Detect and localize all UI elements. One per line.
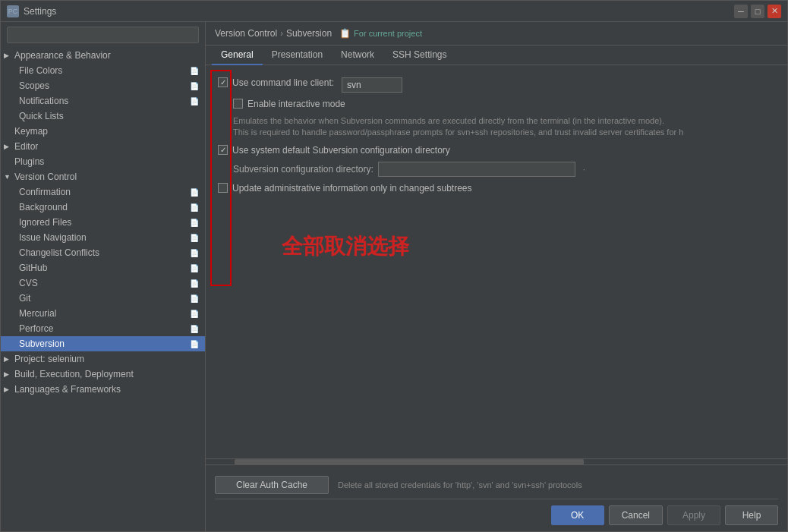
apply-button[interactable]: Apply	[667, 505, 720, 525]
system-default-row: Use system default Subversion configurat…	[218, 145, 775, 156]
sidebar-item-mercurial[interactable]: Mercurial 📄	[1, 306, 205, 321]
system-default-checkbox[interactable]	[218, 145, 228, 155]
ok-button[interactable]: OK	[551, 505, 604, 525]
arrow-icon: ▼	[4, 173, 11, 181]
sidebar-item-subversion[interactable]: Subversion 📄	[1, 336, 205, 351]
sidebar-item-git[interactable]: Git 📄	[1, 291, 205, 306]
sidebar-tree: ▶ Appearance & Behavior File Colors 📄 Sc…	[1, 48, 205, 531]
clear-auth-cache-button[interactable]: Clear Auth Cache	[215, 476, 329, 494]
sidebar-item-notifications[interactable]: Notifications 📄	[1, 93, 205, 109]
sidebar-item-github[interactable]: GitHub 📄	[1, 260, 205, 275]
sidebar-item-perforce[interactable]: Perforce 📄	[1, 321, 205, 336]
clear-cache-description: Delete all stored credentials for 'http'…	[338, 480, 582, 490]
breadcrumb-separator: ›	[280, 28, 283, 39]
tab-general[interactable]: General	[212, 46, 263, 65]
project-icon[interactable]: 📋	[339, 28, 351, 39]
config-directory-label: Subversion configuration directory:	[233, 164, 374, 175]
sidebar-item-keymap[interactable]: Keymap	[1, 124, 205, 139]
sidebar-item-label: CVS	[19, 278, 38, 288]
arrow-icon: ▶	[4, 143, 11, 150]
tab-presentation[interactable]: Presentation	[263, 46, 332, 65]
sidebar-item-label: File Colors	[19, 65, 62, 76]
config-directory-input[interactable]	[378, 162, 575, 177]
arrow-icon: ▶	[4, 355, 11, 363]
interactive-mode-label: Enable interactive mode	[247, 99, 345, 109]
breadcrumb: Version Control › Subversion 📋 For curre…	[206, 22, 787, 46]
search-input[interactable]	[7, 27, 199, 43]
sidebar-item-label: Build, Execution, Deployment	[14, 369, 134, 379]
sidebar-item-version-control[interactable]: ▼ Version Control	[1, 169, 205, 184]
breadcrumb-path: Version Control	[215, 28, 277, 39]
update-admin-label: Update administrative information only i…	[232, 183, 472, 194]
sidebar-item-scopes[interactable]: Scopes 📄	[1, 78, 205, 93]
sidebar-item-label: Appearance & Behavior	[14, 50, 111, 61]
tabs-bar: General Presentation Network SSH Setting…	[206, 46, 787, 65]
sidebar-item-editor[interactable]: ▶ Editor	[1, 139, 205, 154]
tab-network[interactable]: Network	[332, 46, 383, 65]
sidebar-item-languages-frameworks[interactable]: ▶ Languages & Frameworks	[1, 382, 205, 397]
arrow-icon: ▶	[4, 370, 11, 378]
arrow-icon: ▶	[4, 386, 11, 393]
main-panel: Version Control › Subversion 📋 For curre…	[206, 22, 787, 531]
sidebar-item-label: Notifications	[19, 96, 68, 106]
maximize-button[interactable]: □	[751, 5, 764, 18]
tab-ssh-settings[interactable]: SSH Settings	[383, 46, 455, 65]
window-controls: ─ □ ✕	[734, 5, 781, 18]
cancel-button[interactable]: Cancel	[609, 505, 663, 525]
sidebar-item-appearance[interactable]: ▶ Appearance & Behavior	[1, 48, 205, 63]
sidebar-item-project-selenium[interactable]: ▶ Project: selenium	[1, 351, 205, 367]
dialog-buttons: OK Cancel Apply Help	[215, 499, 778, 525]
description-text: Emulates the behavior when Subversion co…	[233, 115, 727, 139]
sidebar-item-label: Perforce	[19, 323, 53, 334]
breadcrumb-current: Subversion	[286, 28, 332, 39]
sidebar-item-plugins[interactable]: Plugins	[1, 154, 205, 169]
minimize-button[interactable]: ─	[734, 5, 748, 18]
sidebar-item-label: Git	[19, 293, 30, 304]
sidebar-item-label: Editor	[14, 141, 38, 152]
settings-window: PC Settings ─ □ ✕ ▶ Appearance & Behavio…	[0, 0, 788, 532]
sidebar-item-label: Quick Lists	[19, 111, 64, 121]
use-command-line-checkbox[interactable]	[218, 77, 228, 87]
sidebar: ▶ Appearance & Behavior File Colors 📄 Sc…	[1, 22, 206, 531]
sidebar-item-label: Confirmation	[19, 187, 71, 197]
sidebar-item-label: Project: selenium	[14, 354, 84, 364]
panel-content: Use command line client: Enable interact…	[206, 65, 787, 458]
sidebar-item-label: Version Control	[14, 172, 77, 182]
update-admin-checkbox[interactable]	[218, 183, 228, 193]
main-content: ▶ Appearance & Behavior File Colors 📄 Sc…	[1, 22, 787, 531]
sidebar-item-build-exec-deploy[interactable]: ▶ Build, Execution, Deployment	[1, 367, 205, 382]
for-project-label: For current project	[354, 29, 422, 38]
arrow-icon: ▶	[4, 52, 11, 59]
update-admin-row: Update administrative information only i…	[218, 183, 775, 194]
window-title: Settings	[24, 6, 730, 17]
config-directory-row: Subversion configuration directory: ·	[233, 162, 775, 177]
sidebar-item-changelist-conflicts[interactable]: Changelist Conflicts 📄	[1, 245, 205, 260]
sidebar-item-confirmation[interactable]: Confirmation 📄	[1, 184, 205, 200]
sidebar-item-label: Ignored Files	[19, 217, 71, 228]
sidebar-item-label: Mercurial	[19, 308, 56, 319]
interactive-mode-row: Enable interactive mode	[233, 99, 775, 109]
sidebar-item-file-colors[interactable]: File Colors 📄	[1, 63, 205, 78]
use-command-line-label: Use command line client:	[232, 77, 334, 88]
app-icon: PC	[7, 5, 19, 17]
sidebar-item-ignored-files[interactable]: Ignored Files 📄	[1, 215, 205, 230]
sidebar-item-label: Subversion	[19, 338, 65, 349]
command-line-row: Use command line client:	[218, 77, 775, 93]
sidebar-item-background[interactable]: Background 📄	[1, 200, 205, 215]
sidebar-item-label: Issue Navigation	[19, 232, 87, 243]
close-button[interactable]: ✕	[768, 5, 781, 18]
sidebar-item-label: Languages & Frameworks	[14, 384, 121, 395]
bottom-bar: Clear Auth Cache Delete all stored crede…	[206, 464, 787, 531]
sidebar-item-issue-navigation[interactable]: Issue Navigation 📄	[1, 230, 205, 245]
sidebar-item-label: GitHub	[19, 263, 47, 273]
horizontal-scrollbar[interactable]	[206, 458, 787, 464]
help-button[interactable]: Help	[725, 505, 778, 525]
svn-client-input[interactable]	[342, 77, 402, 93]
sidebar-item-cvs[interactable]: CVS 📄	[1, 275, 205, 291]
chinese-annotation: 全部取消选择	[282, 232, 409, 261]
sidebar-item-label: Keymap	[14, 126, 48, 137]
annotation-box	[210, 70, 232, 286]
config-directory-hint: ·	[583, 165, 585, 174]
interactive-mode-checkbox[interactable]	[233, 99, 243, 109]
sidebar-item-quick-lists[interactable]: Quick Lists	[1, 109, 205, 124]
